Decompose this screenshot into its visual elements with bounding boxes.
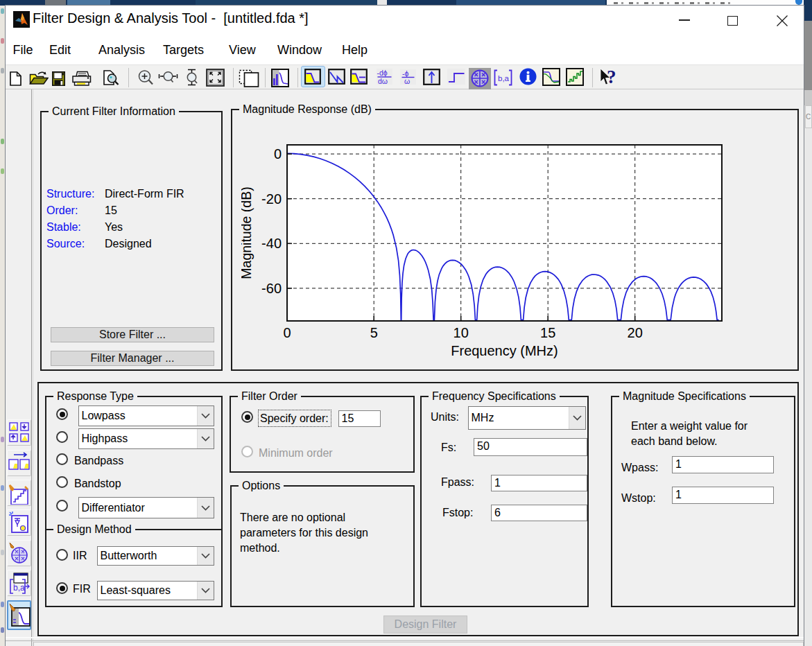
svg-text:0: 0 bbox=[274, 146, 282, 162]
svg-text:Frequency (MHz): Frequency (MHz) bbox=[451, 343, 558, 358]
svg-text:ω: ω bbox=[404, 77, 410, 85]
svg-text:-60: -60 bbox=[261, 281, 282, 296]
svg-text:15: 15 bbox=[540, 325, 555, 340]
svg-text:-40: -40 bbox=[261, 236, 282, 251]
svg-text:?: ? bbox=[607, 67, 616, 87]
svg-text:Magnitude (dB): Magnitude (dB) bbox=[241, 186, 254, 279]
svg-text:10: 10 bbox=[453, 325, 469, 340]
svg-text:0: 0 bbox=[283, 325, 291, 340]
svg-text:b,a: b,a bbox=[498, 74, 510, 82]
svg-text:dω: dω bbox=[378, 77, 388, 85]
svg-text:20: 20 bbox=[628, 325, 643, 340]
svg-text:-20: -20 bbox=[261, 191, 282, 207]
svg-text:b,a: b,a bbox=[13, 583, 25, 593]
svg-text:-dϕ: -dϕ bbox=[377, 69, 388, 77]
svg-text:-ϕ: -ϕ bbox=[402, 69, 408, 78]
svg-text:5: 5 bbox=[370, 325, 378, 340]
